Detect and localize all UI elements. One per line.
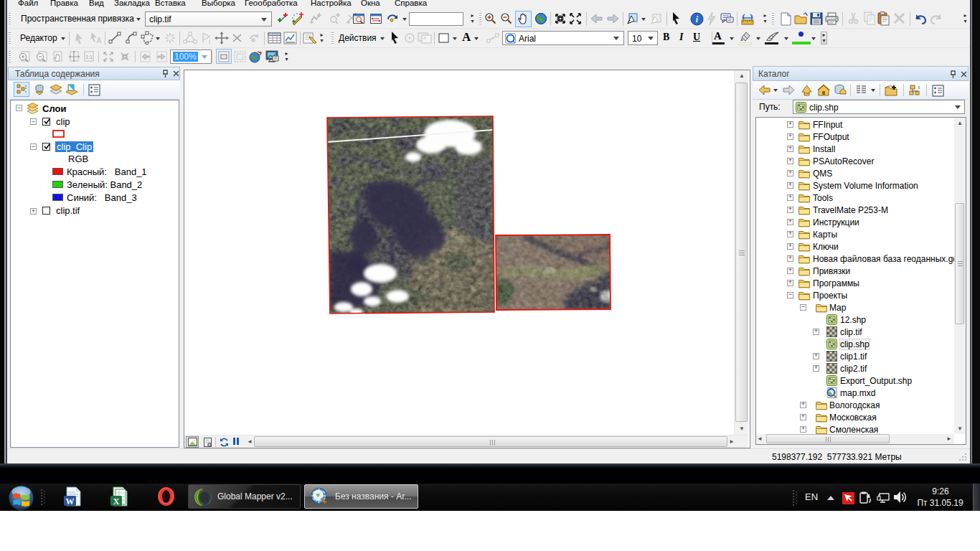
svg-text:1:1: 1:1 <box>85 55 93 60</box>
svg-text:W: W <box>66 496 75 507</box>
svg-text:A: A <box>96 37 101 44</box>
svg-text:X: X <box>113 496 120 507</box>
